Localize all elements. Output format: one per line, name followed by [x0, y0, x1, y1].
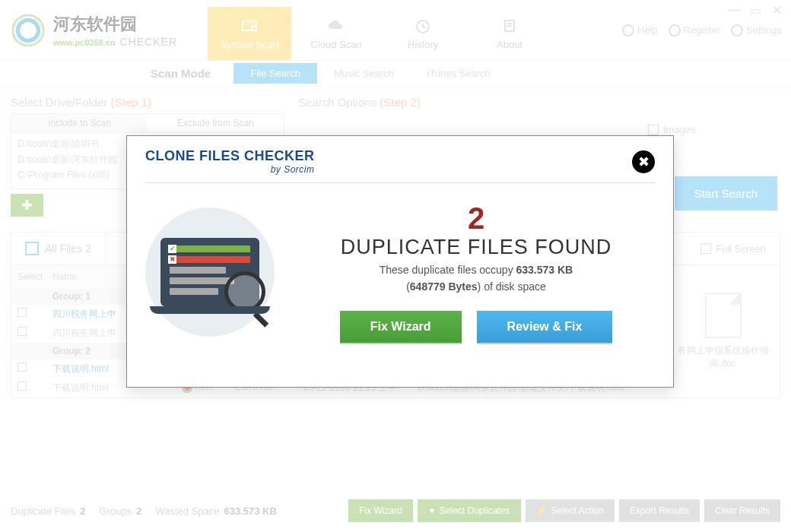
fix-wizard-button[interactable]: Fix Wizard: [348, 499, 413, 522]
nav-cloud-scan[interactable]: Cloud Scan: [294, 7, 378, 60]
duplicate-count: 2: [297, 201, 655, 236]
select-action-button[interactable]: ⚡ Select Action: [526, 499, 615, 522]
brand-logo: [9, 11, 47, 49]
dup-count-label: Duplicate Files2: [11, 505, 86, 517]
modal-illustration: ✔ ✖: [145, 207, 275, 337]
exclude-tab[interactable]: Exclude from Scan: [148, 114, 284, 132]
titlebar: 河东软件园 www.pc0359.cn CHECKER System Scan …: [0, 0, 791, 61]
opt-images: Images: [663, 124, 696, 135]
nav-system-scan[interactable]: System Scan: [208, 7, 291, 60]
preview-pane: 务网上申报系统操作指南.doc: [666, 265, 780, 398]
row-checkbox[interactable]: [17, 382, 27, 391]
tab-file-search[interactable]: File Search: [233, 63, 317, 84]
nav-about[interactable]: About: [468, 7, 551, 60]
clear-results-button[interactable]: Clear Results: [704, 499, 780, 522]
results-modal: CLONE FILES CHECKER by Sorcim ✖ ✔ ✖: [126, 135, 674, 388]
nav-history[interactable]: History: [381, 7, 465, 60]
checkbox[interactable]: [700, 243, 711, 254]
wasted-space-label: Wasted Space633.573 KB: [155, 505, 276, 517]
review-fix-button[interactable]: Review & Fix: [477, 311, 613, 343]
modal-title: CLONE FILES CHECKER by Sorcim: [145, 148, 315, 175]
minimize-button[interactable]: —: [726, 3, 742, 18]
group-count-label: Groups2: [100, 505, 142, 517]
fix-wizard-modal-button[interactable]: Fix Wizard: [340, 311, 462, 343]
about-icon: [499, 17, 520, 36]
gear-icon: [731, 24, 743, 36]
modal-heading: DUPLICATE FILES FOUND: [297, 236, 655, 259]
status-bar: Duplicate Files2 Groups2 Wasted Space633…: [11, 497, 780, 524]
add-path-button[interactable]: ✚: [11, 194, 43, 217]
occupy-text: These duplicate files occupy 633.573 KB: [297, 264, 655, 276]
scan-mode-label: Scan Mode: [151, 67, 211, 80]
preview-filename: 务网上申报系统操作指南.doc: [672, 344, 774, 370]
maximize-button[interactable]: ▭: [747, 3, 764, 18]
scan-icon: [239, 17, 260, 36]
include-tab[interactable]: Include to Scan: [11, 114, 148, 132]
brand-text: 河东软件园 www.pc0359.cn CHECKER: [53, 13, 177, 48]
document-icon: [705, 293, 742, 338]
close-button[interactable]: ✕: [768, 3, 785, 18]
row-checkbox[interactable]: [17, 363, 27, 372]
magnifier-icon: [224, 271, 265, 312]
export-results-button[interactable]: Export Results: [619, 499, 700, 522]
step1-title: Select Drive/Folder (Step 1): [11, 96, 284, 109]
files-icon: [25, 242, 39, 255]
all-files-tab[interactable]: All Files 2: [11, 233, 106, 264]
help-link[interactable]: Help: [622, 24, 658, 36]
user-icon: [669, 24, 681, 36]
brand-cn: 河东软件园: [53, 13, 177, 36]
row-checkbox[interactable]: [17, 308, 27, 317]
history-icon: [412, 17, 434, 36]
help-icon: [622, 24, 634, 36]
brand-app: CHECKER: [120, 36, 177, 48]
bytes-text: (648779 Bytes) of disk space: [297, 280, 655, 293]
checkbox[interactable]: [648, 125, 659, 135]
row-checkbox[interactable]: [17, 327, 27, 336]
start-search-button[interactable]: Start Search: [675, 176, 777, 211]
svg-point-1: [252, 26, 256, 30]
settings-link[interactable]: Settings: [731, 24, 782, 36]
tab-itunes-search[interactable]: iTunes Search: [411, 63, 507, 84]
brand-url: www.pc0359.cn: [53, 38, 116, 47]
register-link[interactable]: Register: [669, 24, 720, 36]
select-duplicates-button[interactable]: ✦ Select Duplicates: [418, 499, 521, 522]
modal-close-button[interactable]: ✖: [632, 150, 655, 173]
step2-title: Search Options (Step 2): [298, 96, 780, 109]
cloud-icon: [326, 17, 347, 36]
tab-music-search[interactable]: Music Search: [317, 63, 411, 84]
fullscreen-toggle[interactable]: Full Screen: [687, 243, 780, 255]
